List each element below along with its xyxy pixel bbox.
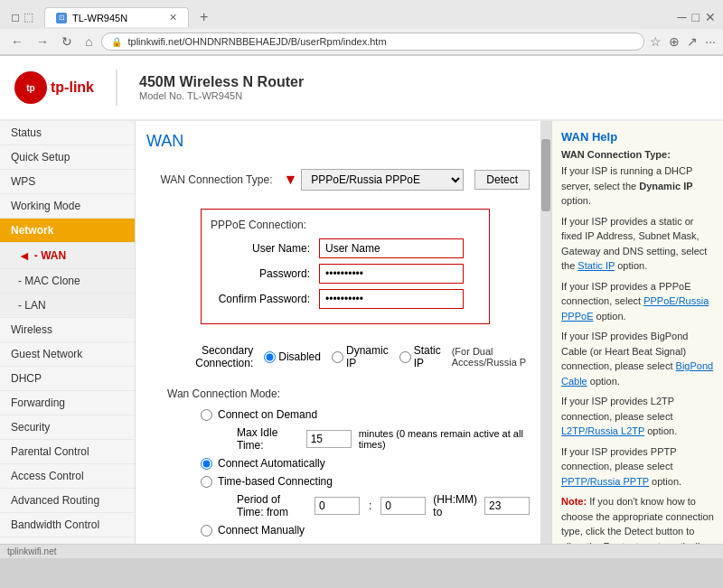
confirm-password-row: Confirm Password: xyxy=(211,289,480,309)
sidebar-item-advanced-routing[interactable]: Advanced Routing xyxy=(0,489,135,513)
sidebar-item-lan[interactable]: - LAN xyxy=(0,294,135,318)
help-para5: If your ISP provides L2TP connection, pl… xyxy=(561,394,714,439)
connection-type-label: WAN Connection Type: xyxy=(146,173,283,186)
time-from-input[interactable] xyxy=(315,497,360,515)
router-ui: tp tp-link 450M Wireless N Router Model … xyxy=(0,56,723,544)
secondary-disabled-radio[interactable] xyxy=(264,351,276,363)
username-row: User Name: xyxy=(211,238,480,258)
url-box[interactable]: 🔒 tplinkwifi.net/OHNDNRNBBEHAEJD/B/userR… xyxy=(101,33,644,51)
sidebar-item-wps[interactable]: WPS xyxy=(0,170,135,194)
minimize-btn[interactable]: ─ xyxy=(678,10,687,24)
time-to-input[interactable] xyxy=(484,497,530,515)
confirm-label: Confirm Password: xyxy=(211,293,319,305)
wan-connection-type-row: WAN Connection Type: ▼ PPPoE/Russia PPPo… xyxy=(146,162,530,198)
connect-manual-radio[interactable] xyxy=(201,525,212,537)
logo-text: tp-link xyxy=(51,79,94,96)
sidebar-item-status[interactable]: Status xyxy=(0,121,135,145)
window-controls: ◻ ⬚ xyxy=(7,9,37,25)
sidebar-item-bandwidth-control[interactable]: Bandwidth Control xyxy=(0,513,135,537)
connect-manual-label: Connect Manually xyxy=(218,524,305,537)
secondary-disabled-label: Disabled xyxy=(278,350,321,363)
tab-close-btn[interactable]: ✕ xyxy=(169,12,177,23)
sidebar-item-network[interactable]: Network xyxy=(0,219,135,243)
sidebar-item-parental-control[interactable]: Parental Control xyxy=(0,440,135,464)
menu-icon[interactable]: ··· xyxy=(705,34,716,49)
password-row: Password: xyxy=(211,264,480,284)
star-icon[interactable]: ☆ xyxy=(650,34,662,49)
sidebar-item-quick-setup[interactable]: Quick Setup xyxy=(0,145,135,170)
connect-on-demand-option[interactable]: Connect on Demand xyxy=(201,408,317,421)
secondary-dynamic-label: Dynamic IP xyxy=(346,344,389,369)
new-tab-button[interactable]: + xyxy=(192,5,215,29)
max-idle-label1: Max Idle Time: xyxy=(237,426,299,452)
secondary-dynamic-option[interactable]: Dynamic IP xyxy=(332,344,389,369)
forward-button[interactable]: → xyxy=(33,33,52,51)
close-btn[interactable]: ✕ xyxy=(705,10,716,24)
time-based-option[interactable]: Time-based Connecting xyxy=(201,475,333,488)
detect-button[interactable]: Detect xyxy=(474,170,530,190)
help-para4: If your ISP provides BigPond Cable (or H… xyxy=(561,329,714,388)
page-title: WAN xyxy=(146,132,530,151)
username-input[interactable] xyxy=(319,238,464,258)
sidebar-item-dhcp[interactable]: DHCP xyxy=(0,367,135,391)
browser-tab[interactable]: ⊡ TL-WR945N ✕ xyxy=(44,7,189,27)
help-connection-type-title: WAN Connection Type: xyxy=(561,149,714,160)
secondary-note: (For Dual Access/Russia P xyxy=(452,346,530,368)
sidebar-item-wan[interactable]: ◄ - WAN xyxy=(0,243,135,269)
tp-link-logo: tp tp-link xyxy=(14,71,94,104)
connect-auto-label: Connect Automatically xyxy=(218,457,325,470)
tab-bar: ◻ ⬚ ⊡ TL-WR945N ✕ + ─ □ ✕ xyxy=(0,0,723,29)
secondary-disabled-option[interactable]: Disabled xyxy=(264,350,321,363)
bookmark-icon[interactable]: ⊕ xyxy=(669,34,680,49)
connect-manual-row: Connect Manually xyxy=(146,521,530,539)
sidebar-item-mac-clone[interactable]: - MAC Clone xyxy=(0,269,135,294)
pppoe-title: PPPoE Connection: xyxy=(211,219,480,231)
confirm-password-input[interactable] xyxy=(319,289,464,309)
lock-icon: 🔒 xyxy=(111,37,122,47)
sidebar: Status Quick Setup WPS Working Mode Netw… xyxy=(0,121,136,544)
router-model-number: Model No. TL-WR945N xyxy=(139,90,304,101)
maximize-btn[interactable]: □ xyxy=(692,10,700,24)
sidebar-item-wireless[interactable]: Wireless xyxy=(0,318,135,342)
sidebar-item-forwarding[interactable]: Forwarding xyxy=(0,391,135,415)
sidebar-item-access-control[interactable]: Access Control xyxy=(0,464,135,489)
secondary-static-radio[interactable] xyxy=(399,351,411,363)
secondary-static-option[interactable]: Static IP xyxy=(399,344,441,369)
home-button[interactable]: ⌂ xyxy=(81,33,96,51)
password-label: Password: xyxy=(211,267,319,280)
connection-type-select[interactable]: PPPoE/Russia PPPoE Dynamic IP Static IP … xyxy=(301,169,464,191)
connect-auto-option[interactable]: Connect Automatically xyxy=(201,457,325,470)
router-header: tp tp-link 450M Wireless N Router Model … xyxy=(0,56,723,121)
sidebar-item-security[interactable]: Security xyxy=(0,415,135,440)
help-para2: If your ISP provides a static or fixed I… xyxy=(561,214,714,274)
help-title: WAN Help xyxy=(561,130,714,144)
secondary-dynamic-radio[interactable] xyxy=(332,351,343,363)
max-idle-row2: Max Idle Time: minutes (0 means remain a… xyxy=(146,539,530,544)
time-from2-input[interactable] xyxy=(380,497,426,515)
time-to-label: (HH:MM) to xyxy=(433,493,477,518)
share-icon[interactable]: ↗ xyxy=(687,34,698,49)
time-based-label: Time-based Connecting xyxy=(218,475,333,488)
sidebar-item-working-mode[interactable]: Working Mode xyxy=(0,194,135,219)
router-model-title: 450M Wireless N Router xyxy=(139,74,304,90)
refresh-button[interactable]: ↻ xyxy=(58,33,76,51)
sidebar-item-ip-mac-binding[interactable]: IP & MAC Binding xyxy=(0,537,135,544)
connect-manual-option[interactable]: Connect Manually xyxy=(201,524,305,537)
sidebar-item-guest-network[interactable]: Guest Network xyxy=(0,342,135,367)
username-label: User Name: xyxy=(211,242,319,255)
password-input[interactable] xyxy=(319,264,464,284)
secondary-radio-group: Disabled Dynamic IP Static IP (For Dual … xyxy=(264,344,530,369)
period-label: Period of Time: from xyxy=(237,493,307,518)
connect-on-demand-row: Connect on Demand xyxy=(146,406,530,424)
main-layout: Status Quick Setup WPS Working Mode Netw… xyxy=(0,121,723,544)
secondary-connection-row: Secondary Connection: Disabled Dynamic I… xyxy=(146,339,530,375)
connect-on-demand-radio[interactable] xyxy=(201,409,212,421)
back-button[interactable]: ← xyxy=(7,33,27,51)
max-idle-input1[interactable] xyxy=(306,430,352,448)
scroll-thumb[interactable] xyxy=(541,139,550,211)
browser-chrome: ◻ ⬚ ⊡ TL-WR945N ✕ + ─ □ ✕ ← → ↻ ⌂ 🔒 tpli… xyxy=(0,0,723,56)
time-based-radio[interactable] xyxy=(201,476,212,488)
connect-auto-radio[interactable] xyxy=(201,458,212,470)
scrollbar[interactable] xyxy=(540,121,551,544)
period-row: Period of Time: from : (HH:MM) to xyxy=(146,490,530,521)
